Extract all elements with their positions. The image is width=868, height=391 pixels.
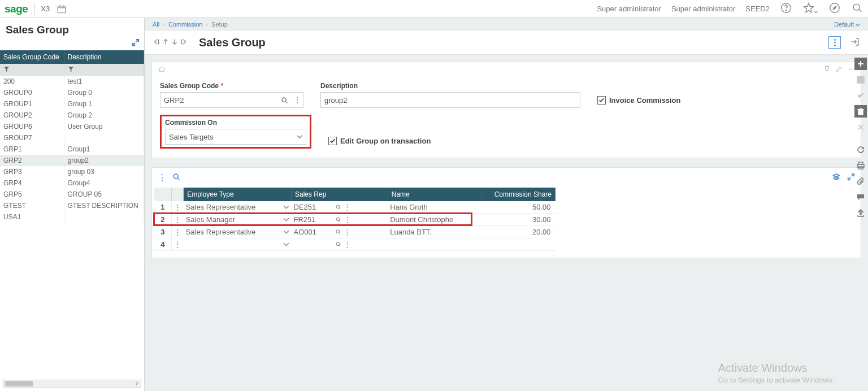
checkbox-icon[interactable]: [328, 137, 337, 145]
chevron-right-icon: ›: [163, 21, 165, 28]
svg-marker-6: [804, 3, 814, 12]
filter-code[interactable]: [0, 64, 64, 76]
invoice-commission-label: Invoice Commission: [609, 96, 680, 105]
list-item[interactable]: GRP4Group4: [0, 177, 144, 189]
filter-desc[interactable]: [64, 64, 144, 76]
list-item[interactable]: GROUP6User Group: [0, 121, 144, 132]
svg-marker-8: [833, 6, 836, 10]
list-item[interactable]: GROUP7: [0, 132, 144, 144]
svg-point-15: [173, 174, 178, 179]
expand-icon[interactable]: [132, 38, 140, 48]
topbar: sage X3 Super administrator Super admini…: [0, 0, 868, 18]
row-menu-icon[interactable]: ⋮: [171, 226, 184, 238]
svg-rect-28: [859, 76, 862, 79]
svg-line-18: [340, 208, 341, 209]
edit-group-checkbox[interactable]: Edit Group on transaction: [328, 133, 431, 149]
pin-icon[interactable]: [823, 65, 831, 75]
up-icon[interactable]: [162, 38, 170, 47]
svg-line-14: [286, 101, 287, 102]
col-share[interactable]: Commission Share: [481, 188, 555, 201]
description-input[interactable]: [320, 92, 580, 108]
lookup-icon[interactable]: [278, 97, 290, 104]
list-item[interactable]: GRP1Group1: [0, 144, 144, 155]
svg-point-21: [336, 230, 340, 233]
edit-group-label: Edit Group on transaction: [340, 137, 431, 145]
table-row[interactable]: 3⋮Sales RepresentativeAO001⋮Luanda BTT.2…: [154, 226, 555, 238]
sales-group-code-field[interactable]: [160, 96, 278, 105]
chevron-down-icon[interactable]: [297, 133, 302, 141]
left-panel-table: Sales Group Code Description 200test1GRO…: [0, 50, 144, 223]
crumb-all[interactable]: All: [153, 21, 159, 28]
form-card: Sales Group Code * ⋮ Description: [151, 61, 861, 158]
left-panel-title: Sales Group: [0, 18, 144, 38]
down-icon[interactable]: [171, 38, 179, 47]
grid-menu-icon[interactable]: ⋮: [158, 172, 166, 183]
dock-print-button[interactable]: [854, 159, 867, 172]
list-item[interactable]: 200test1: [0, 76, 144, 87]
commission-on-field[interactable]: [166, 133, 297, 141]
sales-group-code-input[interactable]: ⋮: [160, 92, 303, 108]
edit-icon[interactable]: [835, 65, 843, 75]
label-description: Description: [320, 82, 580, 90]
grid-card: ⋮ Employee Type Sales Rep: [151, 167, 861, 258]
chevron-right-icon: ›: [206, 21, 208, 28]
last-record-icon[interactable]: [180, 38, 188, 47]
left-header-code[interactable]: Sales Group Code: [0, 50, 64, 64]
col-emp-type[interactable]: Employee Type: [184, 188, 292, 201]
grid-search-icon[interactable]: [172, 173, 180, 183]
crumb-commission[interactable]: Commission: [168, 21, 203, 28]
svg-point-9: [853, 4, 860, 10]
layers-icon[interactable]: [832, 173, 840, 183]
description-field[interactable]: [321, 96, 580, 105]
home-icon[interactable]: [158, 65, 166, 75]
label-commission-on: Commission On: [165, 119, 306, 127]
left-header-desc[interactable]: Description: [64, 50, 144, 64]
calendar-icon[interactable]: [57, 4, 67, 14]
checkbox-icon[interactable]: [597, 96, 606, 105]
svg-marker-12: [68, 67, 73, 72]
row-menu-icon[interactable]: ⋮: [171, 201, 184, 214]
list-item[interactable]: USA1: [0, 211, 144, 223]
more-icon[interactable]: ⋮: [290, 95, 303, 105]
help-icon[interactable]: [780, 2, 792, 16]
table-row[interactable]: 4⋮⋮: [154, 238, 555, 251]
list-item[interactable]: GTESTGTEST DESCRIPTION: [0, 200, 144, 211]
folder-link[interactable]: SEED2: [745, 5, 770, 13]
dock-delete-button[interactable]: [854, 105, 867, 118]
commission-on-select[interactable]: [165, 129, 306, 145]
default-dropdown[interactable]: Default: [834, 21, 860, 28]
list-item[interactable]: GRP5GROUP 05: [0, 189, 144, 200]
list-item[interactable]: GROUP1Group 1: [0, 98, 144, 110]
list-item[interactable]: GRP2group2: [0, 155, 144, 166]
dock-refresh-button[interactable]: [854, 144, 867, 156]
search-icon[interactable]: [851, 2, 863, 16]
topbar-right: Super administrator Super administrator …: [597, 2, 863, 16]
list-item[interactable]: GROUP2Group 2: [0, 110, 144, 121]
brand-logo: sage: [5, 3, 28, 15]
list-item[interactable]: GROUP0Group 0: [0, 87, 144, 98]
col-name[interactable]: Name: [388, 188, 481, 201]
left-scrollbar[interactable]: [3, 380, 141, 388]
col-sales-rep[interactable]: Sales Rep: [292, 188, 388, 201]
invoice-commission-checkbox[interactable]: Invoice Commission: [597, 92, 680, 108]
dock-new-button[interactable]: [854, 58, 867, 70]
svg-marker-11: [4, 67, 9, 72]
favorite-icon[interactable]: [802, 2, 818, 16]
first-record-icon[interactable]: [153, 38, 160, 47]
employee-grid: Employee Type Sales Rep Name Commission …: [154, 188, 555, 251]
table-row[interactable]: 2⋮Sales ManagerFR251⋮Dumont Christophe30…: [154, 214, 555, 226]
dock-comment-button[interactable]: [854, 191, 867, 203]
actions-menu-button[interactable]: [828, 36, 841, 49]
dock-attach-button[interactable]: [854, 175, 867, 188]
close-icon[interactable]: [850, 37, 860, 49]
row-menu-icon[interactable]: ⋮: [171, 214, 184, 226]
user-link-1[interactable]: Super administrator: [597, 5, 661, 13]
user-link-2[interactable]: Super administrator: [671, 5, 735, 13]
dock-share-button[interactable]: [854, 207, 867, 219]
product-label: X3: [34, 3, 50, 15]
row-menu-icon[interactable]: ⋮: [171, 238, 184, 251]
svg-point-19: [336, 218, 340, 221]
compass-icon[interactable]: [828, 2, 841, 16]
table-row[interactable]: 1⋮Sales RepresentativeDE251⋮Hans Groth50…: [154, 201, 555, 214]
list-item[interactable]: GRP3group 03: [0, 166, 144, 177]
